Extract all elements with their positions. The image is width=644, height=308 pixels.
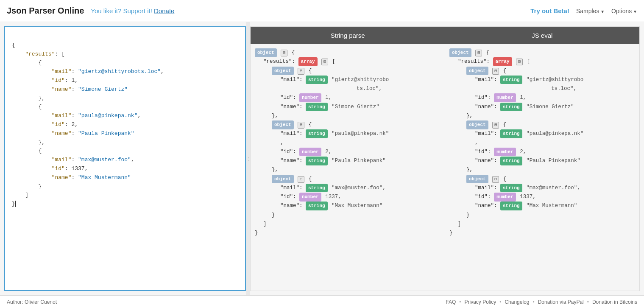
jseval-item0-id-val: 1, bbox=[520, 95, 526, 101]
object-badge-1: object bbox=[272, 120, 294, 129]
jseval-item2-name-val: "Max Mustermann" bbox=[526, 203, 577, 209]
string-parse-column: object ⊟ { "results": array ⊟ [ object ⊟… bbox=[251, 48, 445, 286]
jseval-collapse-item0[interactable]: ⊟ bbox=[492, 68, 499, 75]
collapse-item2[interactable]: ⊟ bbox=[298, 176, 304, 183]
options-dropdown[interactable]: Options bbox=[611, 8, 637, 14]
app-title: Json Parser Online bbox=[7, 6, 84, 16]
jseval-item1-id-row: "id": number 2, bbox=[449, 148, 635, 157]
js-eval-tab[interactable]: JS eval bbox=[445, 27, 640, 44]
jseval-item2-mail-row: "mail": string "max@muster.foo", bbox=[449, 184, 635, 193]
item1-name-key: "name": bbox=[280, 158, 306, 164]
jseval-item0-brace: { bbox=[503, 68, 507, 74]
collapse-root[interactable]: ⊟ bbox=[281, 50, 287, 56]
jseval-item2-id-key: "id": bbox=[475, 194, 494, 200]
string-badge-1m: string bbox=[306, 129, 328, 138]
footer: Author: Olivier Cuenot FAQ • Privacy Pol… bbox=[0, 295, 644, 308]
jseval-item1-mail-val: "paula@pinkepa.nk" bbox=[526, 131, 583, 137]
jseval-item2-id-row: "id": number 1337, bbox=[449, 193, 635, 202]
results-row: "results": array ⊟ [ bbox=[255, 57, 440, 66]
item1-object-row: object ⊟ { bbox=[255, 120, 440, 129]
item0-object-row: object ⊟ { bbox=[255, 67, 440, 76]
jseval-collapse-root[interactable]: ⊟ bbox=[475, 50, 482, 56]
footer-faq-link[interactable]: FAQ bbox=[446, 299, 456, 305]
item1-name-val: "Paula Pinkepank" bbox=[332, 158, 386, 164]
array-bracket-open: [ bbox=[332, 59, 336, 64]
jseval-collapse-item1[interactable]: ⊟ bbox=[492, 122, 499, 129]
jseval-item1-brace: { bbox=[503, 122, 507, 128]
jseval-collapse-results[interactable]: ⊟ bbox=[516, 59, 523, 65]
json-editor[interactable]: { "results": [ { "mail": "giertz@shittyr… bbox=[4, 26, 246, 291]
jseval-item0-name-val: "Simone Giertz" bbox=[526, 104, 574, 110]
jseval-item2-id-val: 1337, bbox=[520, 194, 536, 200]
jseval-item1-id-val: 2, bbox=[520, 149, 526, 155]
jseval-string-badge-1n: string bbox=[500, 157, 522, 165]
item2-id-row: "id": number 1337, bbox=[255, 193, 440, 202]
jseval-item0-close: }, bbox=[449, 112, 635, 120]
donate-link[interactable]: Donate bbox=[154, 7, 174, 14]
jseval-string-badge-0n: string bbox=[500, 103, 522, 112]
jseval-string-badge-0m: string bbox=[500, 76, 522, 84]
item2-name-row: "name": string "Max Mustermann" bbox=[255, 202, 440, 210]
item1-close: }, bbox=[255, 165, 440, 174]
collapse-item0[interactable]: ⊟ bbox=[298, 68, 304, 75]
jseval-item1-mail-cont: , bbox=[449, 139, 635, 148]
dot2: • bbox=[499, 299, 501, 305]
panel-content: object ⊟ { "results": array ⊟ [ object ⊟… bbox=[251, 44, 639, 291]
jseval-item0-mail-row: "mail": string "giertz@shittyrobo ts.loc… bbox=[449, 76, 635, 94]
tagline: You like it? Support it! Donate bbox=[91, 7, 174, 14]
root-object-row: object ⊟ { bbox=[255, 48, 440, 57]
footer-paypal-link[interactable]: Donation via PayPal bbox=[538, 299, 584, 305]
samples-dropdown[interactable]: Samples bbox=[576, 8, 605, 14]
jseval-string-badge-1m: string bbox=[500, 129, 522, 138]
editor-content[interactable]: { "results": [ { "mail": "giertz@shittyr… bbox=[5, 27, 245, 223]
jseval-object-badge-1: object bbox=[466, 120, 488, 129]
number-badge-0i: number bbox=[299, 93, 321, 102]
jseval-item1-name-val: "Paula Pinkepank" bbox=[526, 158, 580, 164]
resize-handle[interactable]: ⋮⋮⋮ bbox=[246, 22, 250, 295]
string-parse-tab[interactable]: String parse bbox=[251, 27, 445, 44]
collapse-item1[interactable]: ⊟ bbox=[298, 122, 304, 129]
item1-mail-cont: , bbox=[255, 139, 440, 148]
item0-id-row: "id": number 1, bbox=[255, 93, 440, 102]
item2-name-key: "name": bbox=[280, 203, 306, 209]
jseval-item2-object-row: object ⊟ { bbox=[449, 175, 635, 184]
item0-name-val: "Simone Giertz" bbox=[332, 104, 379, 110]
item1-brace: { bbox=[309, 122, 312, 128]
footer-bitcoin-link[interactable]: Donation in Bitcoins bbox=[592, 299, 637, 305]
jseval-collapse-item2[interactable]: ⊟ bbox=[492, 176, 499, 183]
jseval-item1-mail-row: "mail": string "paula@pinkepa.nk" bbox=[449, 129, 635, 138]
jseval-item1-mail-key: "mail": bbox=[475, 131, 500, 137]
jseval-item2-brace: { bbox=[503, 176, 507, 182]
item2-object-row: object ⊟ { bbox=[255, 175, 440, 184]
item0-close: }, bbox=[255, 112, 440, 120]
jseval-root-close: } bbox=[449, 229, 635, 238]
jseval-item2-close: } bbox=[449, 211, 635, 220]
item1-name-row: "name": string "Paula Pinkepank" bbox=[255, 157, 440, 165]
item1-mail-row: "mail": string "paula@pinkepa.nk" bbox=[255, 129, 440, 138]
jseval-item0-name-key: "name": bbox=[475, 104, 500, 110]
try-beta-button[interactable]: Try out Beta! bbox=[530, 7, 569, 14]
jseval-item1-name-key: "name": bbox=[475, 158, 500, 164]
parsed-panel: String parse JS eval object ⊟ { "results… bbox=[250, 26, 640, 291]
dot4: • bbox=[587, 299, 589, 305]
item0-id-val: 1, bbox=[325, 95, 332, 101]
item2-close: } bbox=[255, 211, 440, 220]
jseval-root-object-row: object ⊟ { bbox=[449, 48, 635, 57]
header: Json Parser Online You like it? Support … bbox=[0, 0, 644, 22]
footer-privacy-link[interactable]: Privacy Policy bbox=[465, 299, 496, 305]
jseval-array-bracket-open: [ bbox=[527, 59, 530, 64]
jseval-item0-id-key: "id": bbox=[475, 95, 494, 101]
collapse-results[interactable]: ⊟ bbox=[321, 59, 328, 65]
footer-changelog-link[interactable]: Changelog bbox=[505, 299, 529, 305]
object-badge: object bbox=[255, 48, 277, 57]
item2-id-key: "id": bbox=[280, 194, 299, 200]
item1-mail-key: "mail": bbox=[280, 131, 306, 137]
jseval-item2-name-key: "name": bbox=[475, 203, 500, 209]
js-eval-column: object ⊟ { "results": array ⊟ [ object ⊟… bbox=[445, 48, 639, 286]
string-badge-0n: string bbox=[306, 103, 328, 112]
results-key: "results": bbox=[263, 59, 298, 64]
item2-mail-key: "mail": bbox=[280, 185, 306, 191]
root-close: } bbox=[255, 229, 440, 238]
item2-id-val: 1337, bbox=[325, 194, 341, 200]
string-badge-2m: string bbox=[306, 184, 328, 193]
